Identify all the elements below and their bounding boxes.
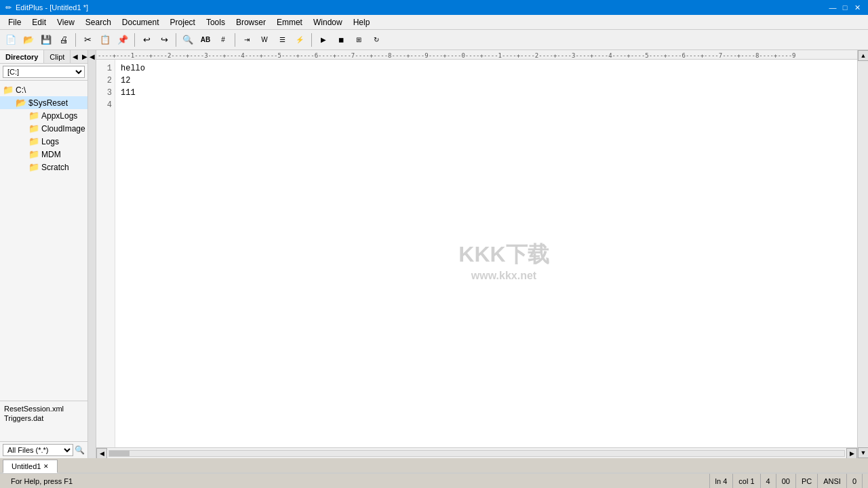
tree-item-logs[interactable]: 📁 Logs xyxy=(0,135,87,148)
tree-label-mdm: MDM xyxy=(41,150,61,159)
open-button[interactable]: 📂 xyxy=(20,32,37,48)
sidebar-scroll-left[interactable]: ◀ xyxy=(71,50,80,63)
h-scroll-thumb[interactable] xyxy=(109,451,130,456)
status-ansi: ANSI xyxy=(818,474,847,488)
v-scroll-track[interactable] xyxy=(858,61,868,447)
sep4 xyxy=(235,33,235,47)
v-scroll-up[interactable]: ▲ xyxy=(858,50,868,61)
menu-help[interactable]: Help xyxy=(348,16,376,28)
v-scroll-down[interactable]: ▼ xyxy=(858,447,868,458)
code-container[interactable]: 1 2 3 4 hello 12 111 KKK下载 www.kkx.net xyxy=(96,60,857,447)
copy-button[interactable]: 📋 xyxy=(97,32,113,48)
v-scrollbar[interactable]: ▲ ▼ xyxy=(857,50,868,458)
paste-button[interactable]: 📌 xyxy=(115,32,131,48)
goto-button[interactable]: # xyxy=(215,32,231,48)
redo-button[interactable]: ↪ xyxy=(156,32,172,48)
spell-button[interactable]: ⚡ xyxy=(292,32,308,48)
browser-button[interactable]: ⊞ xyxy=(351,32,367,48)
drive-selector: [C:] xyxy=(0,64,87,81)
folder-icon-appxlogs: 📁 xyxy=(28,110,39,121)
line-num-3: 3 xyxy=(99,87,112,99)
drive-dropdown[interactable]: [C:] xyxy=(3,66,85,78)
h-scrollbar[interactable]: ◀ ▶ xyxy=(96,447,857,458)
menu-bar: File Edit View Search Document Project T… xyxy=(0,15,868,30)
sidebar-scroll-right[interactable]: ▶ xyxy=(80,50,88,63)
folder-icon-cloudimage: 📁 xyxy=(28,123,39,134)
format-button[interactable]: ☰ xyxy=(274,32,290,48)
tab-bar: Untitled1 ✕ xyxy=(0,458,868,473)
code-content[interactable]: hello 12 111 xyxy=(115,60,857,447)
tree-item-cloudimage[interactable]: 📁 CloudImage xyxy=(0,122,87,135)
close-button[interactable]: ✕ xyxy=(852,2,863,13)
menu-window[interactable]: Window xyxy=(308,16,348,28)
sep3 xyxy=(176,33,176,47)
toolbar: 📄 📂 💾 🖨 ✂ 📋 📌 ↩ ↪ 🔍 AB # ⇥ W ☰ ⚡ ▶ ◼ ⊞ ↻ xyxy=(0,30,868,50)
save-button[interactable]: 💾 xyxy=(38,32,54,48)
tree-item-appxlogs[interactable]: 📁 AppxLogs xyxy=(0,109,87,122)
tree-label-c: C:\ xyxy=(16,85,26,95)
filter-dropdown[interactable]: All Files (*.*) xyxy=(3,444,73,456)
menu-file[interactable]: File xyxy=(3,16,26,28)
run-button[interactable]: ▶ xyxy=(315,32,332,48)
line-num-1: 1 xyxy=(99,62,112,75)
tab-clipt[interactable]: Clipt xyxy=(44,50,71,63)
line-numbers: 1 2 3 4 xyxy=(96,60,115,447)
status-col: col 1 xyxy=(733,474,760,488)
sep1 xyxy=(75,33,76,47)
ftp-button[interactable]: ↻ xyxy=(368,32,384,48)
status-num4: 4 xyxy=(761,474,776,488)
tree-label-appxlogs: AppxLogs xyxy=(41,111,77,121)
filter-icon[interactable]: 🔍 xyxy=(75,445,85,455)
tree-item-scratch[interactable]: 📁 Scratch xyxy=(0,161,87,174)
h-scroll-track[interactable] xyxy=(108,450,845,457)
title-bar: ✏ EditPlus - [Untitled1 *] — □ ✕ xyxy=(0,0,868,15)
h-scroll-right[interactable]: ▶ xyxy=(846,448,857,459)
folder-open-icon: 📁 xyxy=(3,85,14,95)
editor-area: ----+----1----+----2----+----3----+----4… xyxy=(96,50,857,458)
find-button[interactable]: 🔍 xyxy=(180,32,196,48)
tree-item-c[interactable]: 📁 C:\ xyxy=(0,83,87,96)
word-wrap-button[interactable]: W xyxy=(256,32,273,48)
file-item-resetsession[interactable]: ResetSession.xml xyxy=(3,404,85,413)
directory-tree: 📁 C:\ 📂 $SysReset 📁 AppxLogs 📁 CloudImag… xyxy=(0,81,87,401)
status-bar: For Help, press F1 ln 4 col 1 4 00 PC AN… xyxy=(0,473,868,488)
menu-emmet[interactable]: Emmet xyxy=(271,16,308,28)
file-filter: All Files (*.*) 🔍 xyxy=(0,441,87,458)
line-num-2: 2 xyxy=(99,75,112,87)
tab-close-button[interactable]: ✕ xyxy=(43,463,49,470)
maximize-button[interactable]: □ xyxy=(840,2,850,13)
file-item-triggers[interactable]: Triggers.dat xyxy=(3,413,85,423)
replace-button[interactable]: AB xyxy=(197,32,214,48)
tree-item-sysreset[interactable]: 📂 $SysReset xyxy=(0,96,87,109)
menu-view[interactable]: View xyxy=(52,16,80,28)
cut-button[interactable]: ✂ xyxy=(79,32,96,48)
collapse-icon: ◀ xyxy=(90,53,95,60)
tree-label-sysreset: $SysReset xyxy=(28,98,68,108)
new-button[interactable]: 📄 xyxy=(3,32,19,48)
title-bar-left: ✏ EditPlus - [Untitled1 *] xyxy=(5,3,88,12)
sidebar-collapse-button[interactable]: ◀ xyxy=(88,50,96,458)
print-button[interactable]: 🖨 xyxy=(56,32,72,48)
menu-search[interactable]: Search xyxy=(80,16,117,28)
tab-untitled1[interactable]: Untitled1 ✕ xyxy=(3,460,58,473)
menu-browser[interactable]: Browser xyxy=(231,16,271,28)
title-bar-controls: — □ ✕ xyxy=(827,2,863,13)
tree-label-cloudimage: CloudImage xyxy=(41,124,85,134)
minimize-button[interactable]: — xyxy=(827,2,838,13)
menu-edit[interactable]: Edit xyxy=(26,16,52,28)
status-num0: 0 xyxy=(847,474,863,488)
stop-button[interactable]: ◼ xyxy=(333,32,349,48)
indent-button[interactable]: ⇥ xyxy=(239,32,255,48)
menu-document[interactable]: Document xyxy=(117,16,165,28)
menu-tools[interactable]: Tools xyxy=(201,16,231,28)
h-scroll-left[interactable]: ◀ xyxy=(96,448,107,459)
tree-item-mdm[interactable]: 📁 MDM xyxy=(0,148,87,161)
folder-open-icon-sysreset: 📂 xyxy=(16,98,26,108)
status-help: For Help, press F1 xyxy=(5,474,710,488)
menu-project[interactable]: Project xyxy=(165,16,201,28)
sidebar: Directory Clipt ◀ ▶ [C:] 📁 C:\ 📂 $SysRes… xyxy=(0,50,88,458)
status-ln: ln 4 xyxy=(710,474,734,488)
undo-button[interactable]: ↩ xyxy=(138,32,155,48)
status-num00: 00 xyxy=(776,474,796,488)
tab-directory[interactable]: Directory xyxy=(0,50,44,63)
